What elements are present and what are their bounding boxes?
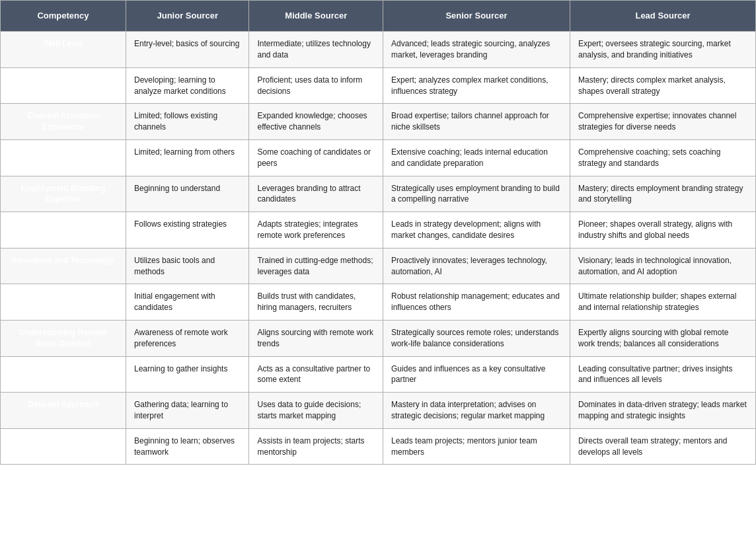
cell-senior: Leads team projects; mentors junior team… — [383, 428, 570, 465]
cell-competency: Innovation and Technology — [1, 248, 126, 284]
table-row: Relationship BuildingInitial engagement … — [1, 284, 756, 321]
cell-lead: Directs overall team strategy; mentors a… — [570, 428, 755, 465]
cell-middle: Acts as a consultative partner to some e… — [249, 356, 383, 393]
cell-lead: Mastery; directs complex market analysis… — [570, 67, 755, 104]
cell-middle: Trained in cutting-edge methods; leverag… — [249, 248, 383, 284]
header-senior: Senior Sourcer — [383, 1, 570, 32]
cell-competency: Data-led Approach — [1, 393, 126, 429]
cell-lead: Leading consultative partner; drives ins… — [570, 356, 755, 393]
table-row: Skill LevelEntry-level; basics of sourci… — [1, 32, 756, 68]
competency-table: Competency Junior Sourcer Middle Sourcer… — [0, 0, 756, 465]
cell-competency: Consultative Partnership — [1, 356, 126, 393]
cell-senior: Robust relationship management; educates… — [383, 284, 570, 321]
header-lead: Lead Sourcer — [570, 1, 755, 32]
cell-senior: Proactively innovates; leverages technol… — [383, 248, 570, 284]
table-row: Analytical MindsetDeveloping; learning t… — [1, 67, 756, 104]
cell-competency: Channel Activation Experience — [1, 104, 126, 140]
cell-competency: Understanding Remote Roles Demand — [1, 320, 126, 356]
cell-competency: Team Management — [1, 428, 126, 465]
cell-middle: Builds trust with candidates, hiring man… — [249, 284, 383, 321]
header-junior: Junior Sourcer — [126, 1, 249, 32]
cell-competency: Employment Branding Expertise — [1, 176, 126, 212]
cell-middle: Uses data to guide decisions; starts mar… — [249, 393, 383, 429]
cell-middle: Leverages branding to attract candidates — [249, 176, 383, 212]
table-row: Coaching SkillsLimited; learning from ot… — [1, 139, 756, 176]
cell-lead: Mastery; directs employment branding str… — [570, 176, 755, 212]
table-row: Innovation and TechnologyUtilizes basic … — [1, 248, 756, 284]
cell-senior: Advanced; leads strategic sourcing, anal… — [383, 32, 570, 68]
cell-lead: Expert; oversees strategic sourcing, mar… — [570, 32, 755, 68]
cell-lead: Pioneer; shapes overall strategy, aligns… — [570, 212, 755, 249]
cell-junior: Entry-level; basics of sourcing — [126, 32, 249, 68]
cell-lead: Visionary; leads in technological innova… — [570, 248, 755, 284]
cell-middle: Intermediate; utilizes technology and da… — [249, 32, 383, 68]
cell-middle: Expanded knowledge; chooses effective ch… — [249, 104, 383, 140]
cell-middle: Aligns sourcing with remote work trends — [249, 320, 383, 356]
cell-senior: Guides and influences as a key consultat… — [383, 356, 570, 393]
cell-senior: Mastery in data interpretation; advises … — [383, 393, 570, 429]
cell-junior: Beginning to understand — [126, 176, 249, 212]
cell-senior: Extensive coaching; leads internal educa… — [383, 139, 570, 176]
cell-lead: Comprehensive expertise; innovates chann… — [570, 104, 755, 140]
cell-junior: Initial engagement with candidates — [126, 284, 249, 321]
cell-senior: Broad expertise; tailors channel approac… — [383, 104, 570, 140]
cell-junior: Learning to gather insights — [126, 356, 249, 393]
cell-lead: Expertly aligns sourcing with global rem… — [570, 320, 755, 356]
cell-middle: Assists in team projects; starts mentors… — [249, 428, 383, 465]
cell-middle: Adapts strategies; integrates remote wor… — [249, 212, 383, 249]
cell-junior: Utilizes basic tools and methods — [126, 248, 249, 284]
table-row: Understanding Remote Roles DemandAwarene… — [1, 320, 756, 356]
cell-competency: Skill Level — [1, 32, 126, 68]
cell-middle: Some coaching of candidates or peers — [249, 139, 383, 176]
table-row: Data-led ApproachGathering data; learnin… — [1, 393, 756, 429]
header-competency: Competency — [1, 1, 126, 32]
cell-competency: Analytical Mindset — [1, 67, 126, 104]
cell-senior: Strategically sources remote roles; unde… — [383, 320, 570, 356]
table-row: Strategic ApproachFollows existing strat… — [1, 212, 756, 249]
header-row: Competency Junior Sourcer Middle Sourcer… — [1, 1, 756, 32]
table-row: Employment Branding ExpertiseBeginning t… — [1, 176, 756, 212]
cell-junior: Limited; follows existing channels — [126, 104, 249, 140]
cell-junior: Developing; learning to analyze market c… — [126, 67, 249, 104]
cell-lead: Ultimate relationship builder; shapes ex… — [570, 284, 755, 321]
cell-junior: Limited; learning from others — [126, 139, 249, 176]
cell-senior: Strategically uses employment branding t… — [383, 176, 570, 212]
table-row: Channel Activation ExperienceLimited; fo… — [1, 104, 756, 140]
header-middle: Middle Sourcer — [249, 1, 383, 32]
cell-junior: Follows existing strategies — [126, 212, 249, 249]
cell-junior: Awareness of remote work preferences — [126, 320, 249, 356]
cell-senior: Leads in strategy development; aligns wi… — [383, 212, 570, 249]
cell-competency: Coaching Skills — [1, 139, 126, 176]
cell-junior: Gathering data; learning to interpret — [126, 393, 249, 429]
cell-lead: Comprehensive coaching; sets coaching st… — [570, 139, 755, 176]
cell-senior: Expert; analyzes complex market conditio… — [383, 67, 570, 104]
cell-middle: Proficient; uses data to inform decision… — [249, 67, 383, 104]
cell-junior: Beginning to learn; observes teamwork — [126, 428, 249, 465]
table-row: Consultative PartnershipLearning to gath… — [1, 356, 756, 393]
table-row: Team ManagementBeginning to learn; obser… — [1, 428, 756, 465]
cell-competency: Relationship Building — [1, 284, 126, 321]
cell-lead: Dominates in data-driven strategy; leads… — [570, 393, 755, 429]
cell-competency: Strategic Approach — [1, 212, 126, 249]
